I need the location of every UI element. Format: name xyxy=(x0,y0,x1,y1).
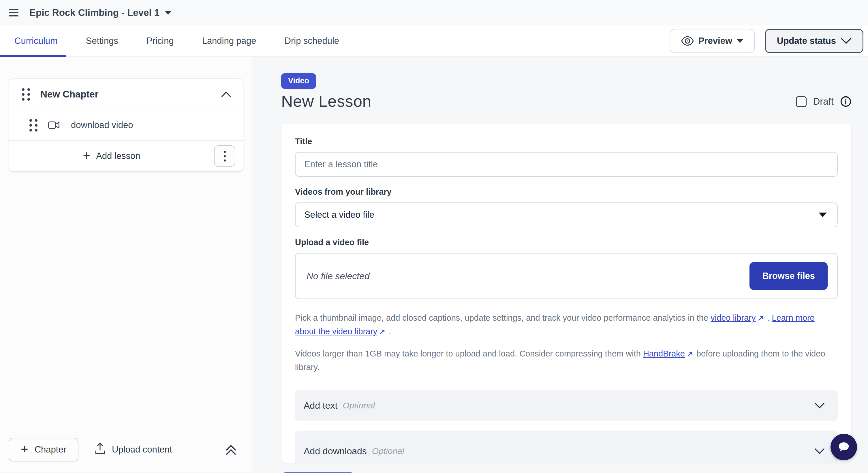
tab-landing-page[interactable]: Landing page xyxy=(194,25,265,57)
info-icon[interactable] xyxy=(840,96,851,107)
tabbar-actions: Preview Update status xyxy=(670,29,868,53)
tab-curriculum[interactable]: Curriculum xyxy=(0,25,66,57)
chevron-up-icon[interactable] xyxy=(221,91,231,97)
drag-handle-icon[interactable] xyxy=(29,119,37,131)
select-value: Select a video file xyxy=(304,210,374,220)
update-status-button[interactable]: Update status xyxy=(765,29,863,53)
add-lesson-row: + Add lesson xyxy=(9,141,243,171)
preview-label: Preview xyxy=(699,36,732,46)
eye-icon xyxy=(681,36,694,46)
chevron-down-icon xyxy=(841,37,851,44)
add-downloads-section[interactable]: Add downloads Optional xyxy=(295,431,838,463)
chevron-down-icon xyxy=(814,402,825,409)
upload-content-button[interactable]: Upload content xyxy=(95,442,225,457)
lesson-row[interactable]: download video xyxy=(9,109,243,141)
optional-label: Optional xyxy=(372,446,404,456)
handbrake-link[interactable]: HandBrake xyxy=(643,349,685,358)
video-library-link[interactable]: video library xyxy=(711,313,755,322)
external-link-icon: ↗ xyxy=(379,325,385,338)
plus-icon: + xyxy=(83,149,90,162)
compression-help-text: Videos larger than 1GB may take longer t… xyxy=(295,347,838,374)
sidebar-footer: + Chapter Upload content xyxy=(0,432,252,472)
collapse-all-button[interactable] xyxy=(225,444,237,455)
tab-drip-schedule[interactable]: Drip schedule xyxy=(277,25,347,57)
add-chapter-button[interactable]: + Chapter xyxy=(9,438,79,462)
chapter-menu-button[interactable] xyxy=(214,145,235,167)
upload-icon xyxy=(95,442,105,457)
library-label: Videos from your library xyxy=(295,187,838,197)
curriculum-sidebar: New Chapter download video + Ad xyxy=(0,57,253,472)
external-link-icon: ↗ xyxy=(687,347,693,360)
lesson-editor: Video New Lesson Draft Title xyxy=(253,57,868,472)
tabs: Curriculum Settings Pricing Landing page… xyxy=(0,25,347,57)
upload-content-label: Upload content xyxy=(112,444,172,455)
chapter-button-label: Chapter xyxy=(35,444,66,455)
caret-down-icon xyxy=(165,11,172,15)
add-text-section[interactable]: Add text Optional xyxy=(295,390,838,421)
chat-widget-button[interactable] xyxy=(831,434,857,460)
add-lesson-button[interactable]: + Add lesson xyxy=(9,141,214,171)
tab-settings[interactable]: Settings xyxy=(78,25,126,57)
chapter-card: New Chapter download video + Ad xyxy=(9,78,243,172)
top-bar: Epic Rock Climbing - Level 1 xyxy=(0,0,868,25)
tab-pricing[interactable]: Pricing xyxy=(138,25,182,57)
draft-toggle: Draft xyxy=(796,96,851,107)
video-library-select[interactable]: Select a video file xyxy=(295,202,838,227)
preview-button[interactable]: Preview xyxy=(670,29,755,53)
chapter-title: New Chapter xyxy=(40,89,221,100)
tab-bar: Curriculum Settings Pricing Landing page… xyxy=(0,25,868,57)
hamburger-menu-icon[interactable] xyxy=(9,9,19,17)
page-title: New Lesson xyxy=(281,92,371,111)
video-library-help-text: Pick a thumbnail image, add closed capti… xyxy=(295,311,838,338)
upload-dropzone[interactable]: No file selected Browse files xyxy=(295,253,838,299)
add-text-label: Add text xyxy=(304,400,337,411)
course-title: Epic Rock Climbing - Level 1 xyxy=(29,7,159,18)
title-label: Title xyxy=(295,137,838,146)
drag-handle-icon[interactable] xyxy=(22,88,30,101)
lesson-title-input[interactable] xyxy=(295,152,838,177)
upload-label: Upload a video file xyxy=(295,238,838,247)
plus-icon: + xyxy=(21,443,28,455)
add-downloads-label: Add downloads xyxy=(304,446,367,456)
chapter-header[interactable]: New Chapter xyxy=(9,79,243,109)
lesson-title: download video xyxy=(71,120,133,130)
chat-bubble-icon xyxy=(836,440,851,454)
chevron-down-icon xyxy=(814,448,825,454)
course-switcher[interactable]: Epic Rock Climbing - Level 1 xyxy=(29,7,172,18)
update-status-label: Update status xyxy=(777,36,836,46)
no-file-text: No file selected xyxy=(307,271,370,282)
add-lesson-label: Add lesson xyxy=(96,151,140,161)
optional-label: Optional xyxy=(343,401,375,410)
caret-down-icon xyxy=(737,39,743,43)
video-camera-icon xyxy=(48,121,60,129)
browse-files-button[interactable]: Browse files xyxy=(749,262,828,290)
external-link-icon: ↗ xyxy=(757,312,764,325)
lesson-form-card: Title Videos from your library Select a … xyxy=(281,123,851,463)
lesson-type-badge: Video xyxy=(281,73,316,89)
draft-checkbox[interactable] xyxy=(796,96,807,107)
select-caret-icon xyxy=(819,213,827,217)
draft-label: Draft xyxy=(813,96,834,107)
